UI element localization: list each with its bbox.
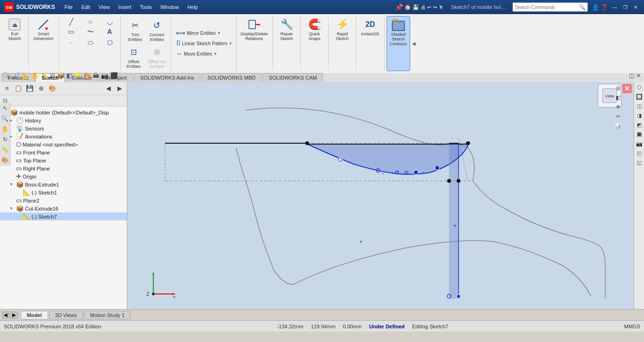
save-icon[interactable]: 💾 [413,4,419,10]
tab-3d-views[interactable]: 3D Views [49,311,83,319]
right-btn-9[interactable]: ◱ [635,158,644,167]
instant2d-button[interactable]: 2D Instant2D [358,16,382,71]
line-button[interactable]: ╱ [62,17,81,26]
menu-help[interactable]: Help [183,3,202,11]
tree-top-plane[interactable]: ▭ Top Plane [0,156,127,164]
right-btn-6[interactable]: 🔳 [635,130,644,138]
rotate-icon[interactable]: 📐 [22,72,29,79]
tab-addins[interactable]: SOLIDWORKS Add-Ins [134,73,200,82]
tree-history[interactable]: ▶ 🕐 History [0,116,127,124]
annotations-expander[interactable]: ▶ [9,134,16,138]
search-box[interactable]: 🔍 [512,2,588,12]
tab-model[interactable]: Model [21,311,48,319]
tool-measure[interactable]: 📏 [0,145,10,155]
arc-button[interactable]: ◡ [100,17,119,26]
tool-zoom[interactable]: 🔍 [0,114,10,123]
lighting-icon[interactable]: 💡 [74,72,82,79]
boss-expander[interactable]: ▼ [9,182,16,187]
tool-pan[interactable]: ✋ [0,124,10,134]
menu-file[interactable]: File [61,3,77,11]
menu-window[interactable]: Window [157,3,182,11]
zoom-icon[interactable]: 🔎 [12,72,20,79]
tree-right-plane[interactable]: ▭ Right Plane [0,164,127,172]
tool-select[interactable]: ↖ [0,104,10,113]
ribbon-expand[interactable]: ◀ [411,16,417,71]
right-btn-8[interactable]: ◰ [635,149,644,157]
close-button[interactable]: ✕ [631,3,640,11]
print-icon[interactable]: 🖨 [421,4,426,10]
tab-mbd[interactable]: SOLIDWORKS MBD [201,73,262,82]
polygon-button[interactable]: ⬡ [100,38,119,48]
right-btn-7[interactable]: 📷 [635,139,644,148]
help-icon[interactable]: ❓ [601,4,608,11]
panel-properties-btn[interactable]: 📋 [13,83,24,94]
tool-appear[interactable]: 🎨 [0,155,10,165]
tree-material[interactable]: ⬡ Material <not specified> [0,140,127,148]
pin-icon[interactable]: 📌 [395,3,403,11]
tree-cut-extrude16[interactable]: ▼ 📦 Cut-Extrude16 [0,204,127,212]
tree-boss-extrude1[interactable]: ▼ 📦 Boss-Extrude1 [0,180,127,188]
tree-sketch7[interactable]: 📐 (-) Sketch7 [0,212,127,220]
nav-next-btn[interactable]: ▶ [10,311,18,319]
offset-entities-button[interactable]: ⊡ OffsetEntities [124,44,144,70]
select-icon[interactable]: 🖱 [438,4,444,10]
user-icon[interactable]: 👤 [592,4,599,11]
measure-icon[interactable]: 📏 [41,72,48,79]
scene-icon[interactable]: 🏔 [93,72,99,79]
appearance-icon[interactable]: 🎨 [83,72,91,79]
circle-button[interactable]: ○ [81,17,100,26]
right-btn-1[interactable]: ⬡ [635,83,644,91]
right-btn-2[interactable]: 🔲 [635,92,644,101]
nav-prev-btn[interactable]: ◀ [2,311,9,319]
tree-root[interactable]: ▼ 📦 mobile holder (Default<<Default>_Dis… [0,108,127,116]
right-btn-5[interactable]: ◩ [635,121,644,129]
view3d-icon[interactable]: 📦 [57,72,65,79]
panel-prev-btn[interactable]: ◀ [103,83,114,94]
viewport-icon[interactable]: ⬛ [110,72,118,79]
minimize-button[interactable]: — [610,3,619,11]
panel-listview-btn[interactable]: ≡ [2,83,12,94]
menu-insert[interactable]: Insert [115,3,135,11]
shaded-sketch-contours-button[interactable]: ShadedSketchContours [387,16,411,71]
ellipse-button[interactable]: ⬭ [81,38,100,48]
rapid-sketch-button[interactable]: ⚡ RapidSketch [330,16,354,71]
cut-expander[interactable]: ▼ [9,206,16,211]
linear-sketch-pattern-button[interactable]: ⠿ Linear Sketch Pattern ▼ [174,39,234,48]
hide-show-btn[interactable]: 👁 [614,103,622,111]
expand-panel-icon[interactable]: ◫ [629,72,635,79]
panel-appearance-btn[interactable]: 🎨 [47,83,58,94]
viewport[interactable]: × ∗ ∗ ∗ [127,82,634,309]
tree-sketch1[interactable]: 📐 (-) Sketch1 [0,188,127,196]
mirror-entities-button[interactable]: ⟺ Mirror Entities ▼ [174,28,234,38]
quick-snaps-button[interactable]: 🧲 QuickSnaps [303,16,326,71]
display-icon[interactable]: ◧ [66,72,72,79]
smart-dimension-button[interactable]: ◈ SmartDimension [31,16,57,71]
exit-sketch-button[interactable]: ⏏ ExitSketch [3,16,26,71]
text-button[interactable]: A [100,27,119,37]
panel-next-btn[interactable]: ▶ [115,83,125,94]
tree-sensors[interactable]: 📡 Sensors [0,124,127,132]
panel-display-btn[interactable]: ⊕ [36,83,46,94]
close-sketch-button[interactable]: ✕ [622,84,632,93]
point-button[interactable]: · [62,38,81,48]
tool-rotate[interactable]: ↻ [0,135,10,144]
right-btn-4[interactable]: ◨ [635,111,644,120]
tree-annotations[interactable]: ▶ 📝 Annotations [0,132,127,140]
right-btn-3[interactable]: ◫ [635,102,644,110]
trim-entities-button[interactable]: ✂ TrimEntities [125,17,146,43]
display-delete-button[interactable]: ✕ Display/DeleteRelations [238,16,271,71]
close-view-icon[interactable]: ✕ [636,72,641,79]
tab-motion-study[interactable]: Motion Study 1 [84,311,131,319]
tree-origin[interactable]: ✛ Origin [0,172,127,180]
offset-surface-button[interactable]: ⊞ Offset OnSurface [145,44,169,70]
view-style-btn[interactable]: ◧ [614,93,622,102]
display-states-btn[interactable]: 📊 [614,122,622,130]
rect-button[interactable]: ▭ [62,27,81,37]
undo-icon[interactable]: ↩ [427,4,431,10]
standard-views-btn[interactable]: ⊟ [614,84,622,92]
menu-view[interactable]: View [95,3,114,11]
camera-icon[interactable]: 📷 [101,72,108,79]
new-icon[interactable]: 🏠 [405,4,411,10]
search-input[interactable] [515,5,579,10]
tree-front-plane[interactable]: ▭ Front Plane [0,148,127,156]
